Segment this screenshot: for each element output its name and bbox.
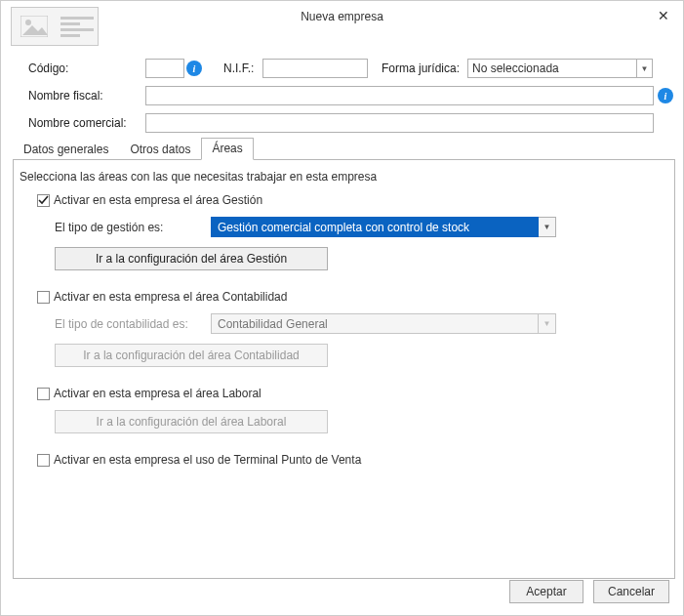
tabs-container: Datos generales Otros datos Áreas Selecc… [13,138,675,579]
chevron-down-icon: ▼ [539,313,556,334]
logo-placeholder [11,7,99,46]
info-icon[interactable]: i [658,88,673,103]
nombre-comercial-label: Nombre comercial: [28,116,145,130]
checkbox-tpv-label: Activar en esta empresa el uso de Termin… [54,453,361,467]
chevron-down-icon: ▼ [539,217,556,237]
image-placeholder-icon [12,8,57,45]
tipo-contabilidad-label: El tipo de contabilidad es: [55,317,201,331]
checkbox-contabilidad-label: Activar en esta empresa el área Contabil… [54,290,287,304]
area-tpv: Activar en esta empresa el uso de Termin… [37,453,664,467]
checkbox-gestion[interactable] [37,194,50,207]
close-icon: ✕ [658,8,669,23]
tab-row: Datos generales Otros datos Áreas [13,138,675,159]
accept-button[interactable]: Aceptar [509,580,583,603]
tipo-contabilidad-value: Contabilidad General [211,313,539,334]
cancel-button[interactable]: Cancelar [593,580,669,603]
area-contabilidad: Activar en esta empresa el área Contabil… [37,290,664,367]
chevron-down-icon: ▼ [637,59,653,78]
checkbox-laboral-label: Activar en esta empresa el área Laboral [54,387,262,400]
close-button[interactable]: ✕ [650,5,677,26]
header-form: Código: i N.I.F.: Forma jurídica: No sel… [28,56,673,138]
info-icon[interactable]: i [186,61,202,76]
nif-input[interactable] [262,59,368,78]
nombre-fiscal-label: Nombre fiscal: [28,89,145,103]
nif-label: N.I.F.: [223,62,262,75]
forma-juridica-label: Forma jurídica: [382,62,467,75]
codigo-label: Código: [28,62,145,75]
svg-point-1 [25,20,31,25]
title-bar: Nueva empresa ✕ [1,1,683,32]
forma-juridica-select[interactable]: No seleccionada ▼ [467,59,653,78]
tab-panel: Selecciona las áreas con las que necesit… [13,159,675,579]
area-gestion: Activar en esta empresa el área Gestión … [37,193,664,270]
tipo-contabilidad-select: Contabilidad General ▼ [211,313,556,334]
goto-laboral-config-button: Ir a la configuración del área Laboral [55,410,328,433]
tipo-gestion-select[interactable]: Gestión comercial completa con control d… [211,217,556,237]
tab-otros-datos[interactable]: Otros datos [119,139,201,160]
nombre-fiscal-input[interactable] [145,86,654,105]
checkbox-laboral[interactable] [37,388,50,400]
goto-gestion-config-button[interactable]: Ir a la configuración del área Gestión [55,247,328,270]
text-placeholder-icon [57,8,98,45]
checkbox-tpv[interactable] [37,454,50,467]
checkbox-contabilidad[interactable] [37,291,50,304]
tab-datos-generales[interactable]: Datos generales [13,139,119,160]
goto-contabilidad-config-button: Ir a la configuración del área Contabili… [55,344,328,367]
dialog-footer: Aceptar Cancelar [509,580,669,603]
tipo-gestion-label: El tipo de gestión es: [55,221,201,234]
nombre-comercial-input[interactable] [145,113,654,133]
area-laboral: Activar en esta empresa el área Laboral … [37,387,664,433]
tab-areas[interactable]: Áreas [201,138,253,160]
window-title: Nueva empresa [1,10,683,23]
checkbox-gestion-label: Activar en esta empresa el área Gestión [54,193,262,207]
forma-juridica-value: No seleccionada [467,59,637,78]
areas-description: Selecciona las áreas con las que necesit… [20,170,664,184]
codigo-input[interactable] [145,59,184,78]
tipo-gestion-value: Gestión comercial completa con control d… [211,217,539,237]
